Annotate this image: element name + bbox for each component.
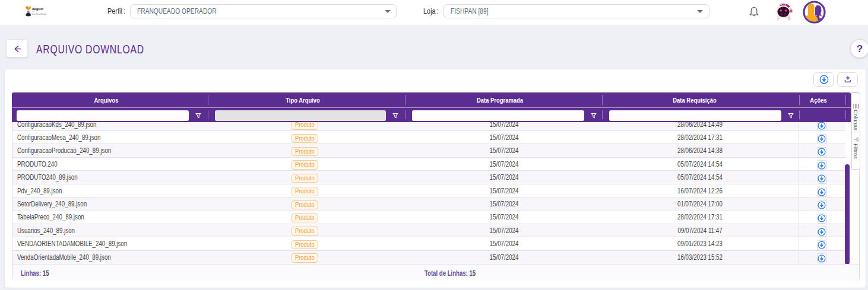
svg-text:Linx·Food Regist: Linx·Food Regist: [32, 13, 46, 15]
svg-text:one: one: [32, 11, 35, 12]
